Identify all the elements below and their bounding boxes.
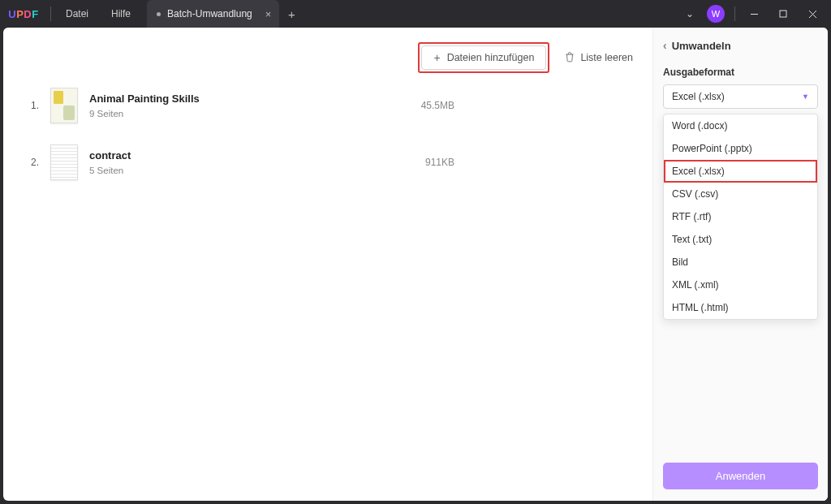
- avatar[interactable]: W: [707, 5, 725, 23]
- file-index: 1.: [31, 100, 50, 111]
- back-icon[interactable]: ‹: [663, 39, 667, 52]
- caret-down-icon: ▼: [802, 93, 809, 101]
- close-button[interactable]: [799, 2, 826, 25]
- file-size: 45.5MB: [421, 100, 454, 111]
- file-row[interactable]: 1. Animal Painting Skills 9 Seiten 45.5M…: [31, 88, 633, 123]
- minimize-icon: [750, 10, 759, 19]
- file-list: 1. Animal Painting Skills 9 Seiten 45.5M…: [31, 88, 633, 180]
- add-files-label: Dateien hinzufügen: [447, 52, 535, 63]
- format-option-word[interactable]: Word (.docx): [664, 114, 817, 137]
- file-name: contract: [89, 149, 131, 162]
- logo-letter: D: [24, 8, 32, 20]
- menu-help[interactable]: Hilfe: [100, 0, 142, 28]
- file-thumbnail: [50, 144, 78, 180]
- titlebar-right: ⌄ W: [679, 2, 831, 25]
- separator: [50, 6, 51, 21]
- app-logo: U P D F: [0, 8, 47, 20]
- file-row[interactable]: 2. contract 5 Seiten 911KB: [31, 144, 633, 180]
- trash-icon: [564, 51, 575, 65]
- svg-rect-1: [780, 11, 786, 17]
- file-index: 2.: [31, 157, 50, 168]
- sidebar-title: Umwandeln: [672, 40, 731, 52]
- format-option-html[interactable]: HTML (.html): [664, 296, 817, 319]
- logo-letter: P: [16, 8, 24, 20]
- main-toolbar: + Dateien hinzufügen Liste leeren: [31, 42, 633, 73]
- sidebar: ‹ Umwandeln Ausgabeformat Excel (.xlsx) …: [652, 28, 828, 501]
- file-pages: 5 Seiten: [89, 166, 131, 175]
- logo-letter: F: [32, 8, 38, 20]
- separator: [734, 6, 735, 21]
- format-option-csv[interactable]: CSV (.csv): [664, 183, 817, 205]
- maximize-button[interactable]: [769, 2, 797, 25]
- clear-list-label: Liste leeren: [580, 52, 633, 63]
- plus-icon: +: [433, 52, 440, 63]
- clear-list-button[interactable]: Liste leeren: [564, 51, 633, 65]
- tab-label: Batch-Umwandlung: [167, 8, 252, 19]
- format-option-powerpoint[interactable]: PowerPoint (.pptx): [664, 137, 817, 160]
- titlebar: U P D F Datei Hilfe Batch-Umwandlung × +…: [0, 0, 831, 28]
- new-tab-button[interactable]: +: [279, 0, 304, 28]
- output-format-select[interactable]: Excel (.xlsx) ▼: [663, 84, 818, 109]
- logo-letter: U: [8, 8, 16, 20]
- format-dropdown: Word (.docx) PowerPoint (.pptx) Excel (.…: [663, 114, 818, 320]
- file-info: contract 5 Seiten: [89, 149, 131, 175]
- close-icon: [808, 10, 817, 19]
- avatar-initial: W: [712, 9, 720, 19]
- file-thumbnail: [50, 88, 78, 123]
- format-option-xml[interactable]: XML (.xml): [664, 274, 817, 296]
- sidebar-header: ‹ Umwandeln: [663, 39, 818, 52]
- file-pages: 9 Seiten: [89, 109, 200, 118]
- format-option-image[interactable]: Bild: [664, 251, 817, 274]
- file-info: Animal Painting Skills 9 Seiten: [89, 93, 200, 118]
- apply-button[interactable]: Anwenden: [663, 463, 818, 489]
- output-format-label: Ausgabeformat: [663, 67, 818, 78]
- tabbar: Batch-Umwandlung × +: [147, 0, 304, 28]
- format-option-excel[interactable]: Excel (.xlsx): [664, 160, 817, 183]
- tab-batch-conversion[interactable]: Batch-Umwandlung ×: [147, 0, 279, 28]
- add-files-highlight: + Dateien hinzufügen: [418, 42, 549, 73]
- format-option-text[interactable]: Text (.txt): [664, 228, 817, 251]
- main-panel: + Dateien hinzufügen Liste leeren 1.: [3, 28, 652, 501]
- maximize-icon: [779, 10, 787, 18]
- menu-file[interactable]: Datei: [54, 0, 100, 28]
- selected-format: Excel (.xlsx): [672, 91, 725, 102]
- app-window: U P D F Datei Hilfe Batch-Umwandlung × +…: [0, 0, 831, 504]
- file-name: Animal Painting Skills: [89, 93, 200, 105]
- chevron-down-icon[interactable]: ⌄: [679, 8, 700, 19]
- add-files-button[interactable]: + Dateien hinzufügen: [421, 45, 546, 70]
- apply-label: Anwenden: [716, 470, 765, 482]
- minimize-button[interactable]: [740, 2, 768, 25]
- tab-indicator-icon: [157, 12, 161, 16]
- format-option-rtf[interactable]: RTF (.rtf): [664, 205, 817, 228]
- close-tab-icon[interactable]: ×: [265, 8, 272, 20]
- file-size: 911KB: [425, 157, 454, 168]
- body: + Dateien hinzufügen Liste leeren 1.: [3, 28, 828, 501]
